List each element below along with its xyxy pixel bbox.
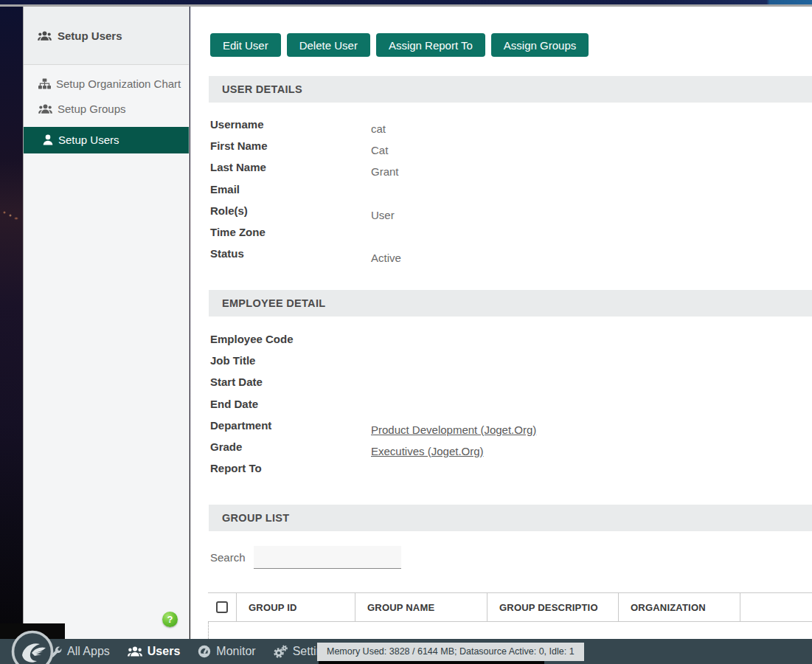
search-label: Search [210,551,246,564]
table-header-row: GROUP ID GROUP NAME GROUP DESCRIPTIO ORG… [208,592,812,622]
field-start-date: Start Date [210,375,812,396]
field-grade: Grade Executives (Joget.Org) [210,440,812,461]
column-header-empty [740,593,812,621]
column-header-group-description[interactable]: GROUP DESCRIPTIO [487,593,618,621]
field-time-zone: Time Zone [210,225,812,246]
background-window-strip [319,661,544,664]
sitemap-icon [38,78,51,89]
field-employee-code: Employee Code [210,332,812,353]
assign-groups-button[interactable]: Assign Groups [491,33,589,57]
users-group-icon [38,103,52,114]
field-end-date: End Date [210,397,812,418]
users-icon [128,646,142,657]
search-input[interactable] [254,546,401,569]
gears-icon [274,645,288,658]
field-label: Email [210,183,240,196]
field-value: User [371,208,395,223]
field-label: Time Zone [210,226,266,238]
main-content: Edit User Delete User Assign Report To A… [190,7,812,639]
column-header-group-id[interactable]: GROUP ID [236,593,355,621]
bar-item-monitor[interactable]: Monitor [198,645,255,658]
field-job-title: Job Title [210,353,812,375]
column-label: GROUP DESCRIPTIO [499,602,598,613]
sidebar-item-label: Setup Users [58,134,119,147]
sidebar: Setup Users Setup Organization Chart Set… [23,7,190,639]
field-value: cat [371,122,386,136]
sidebar-item-setup-users[interactable]: Setup Users [24,127,189,153]
bottom-bar-nav: All Apps Users Monitor Settings [49,639,335,664]
users-group-icon [38,30,52,41]
bottom-admin-bar: All Apps Users Monitor Settings Memory U… [0,639,812,664]
column-label: GROUP ID [249,602,297,613]
bar-item-users[interactable]: Users [128,645,180,658]
employee-detail-section-header: EMPLOYEE DETAIL [209,290,812,317]
user-details-section-header: USER DETAILS [209,76,812,103]
field-roles: Role(s) User [210,204,812,225]
sidebar-nav: Setup Organization Chart Setup Groups Se… [24,65,189,153]
column-header-organization[interactable]: ORGANIZATION [618,593,740,621]
column-header-group-name[interactable]: GROUP NAME [355,593,487,621]
bar-item-label: All Apps [67,645,110,658]
field-label: End Date [210,398,258,410]
bar-item-label: Monitor [216,645,255,658]
field-first-name: First Name Cat [210,139,812,160]
field-department: Department Product Development (Joget.Or… [210,418,812,440]
help-button[interactable]: ? [162,612,178,627]
select-all-cell [208,593,236,621]
table-empty-row [208,622,812,639]
bar-item-all-apps[interactable]: All Apps [49,645,110,658]
field-value: Active [371,251,401,266]
field-label: Start Date [210,376,263,388]
sidebar-item-label: Setup Groups [58,103,126,116]
memory-status-badge: Memory Used: 3828 / 6144 MB; Datasource … [317,643,584,661]
select-all-checkbox[interactable] [216,601,228,613]
gauge-icon [198,645,211,658]
field-last-name: Last Name Grant [210,160,812,181]
joget-logo[interactable] [11,630,54,664]
group-list-table: GROUP ID GROUP NAME GROUP DESCRIPTIO ORG… [208,592,812,639]
field-label: First Name [210,139,268,152]
grade-link[interactable]: Executives (Joget.Org) [371,444,484,459]
field-value: Grant [371,165,399,179]
sidebar-header-label: Setup Users [58,30,122,42]
field-label: Last Name [210,161,266,173]
column-label: ORGANIZATION [631,602,706,613]
field-label: Report To [210,462,262,474]
group-list-section-header: GROUP LIST [209,505,812,531]
toolbar: Edit User Delete User Assign Report To A… [210,33,589,57]
group-list-search: Search [210,545,401,569]
field-report-to: Report To [210,461,812,483]
field-label: Username [210,118,264,131]
sidebar-item-label: Setup Organization Chart [56,77,181,91]
field-username: Username cat [210,117,812,139]
assign-report-to-button[interactable]: Assign Report To [376,33,485,57]
field-label: Grade [210,440,242,453]
field-value: Cat [371,143,388,158]
user-details-fields: Username cat First Name Cat Last Name Gr… [210,117,812,268]
sidebar-item-setup-organization-chart[interactable]: Setup Organization Chart [24,72,189,97]
edit-user-button[interactable]: Edit User [210,33,281,57]
employee-detail-fields: Employee Code Job Title Start Date End D… [210,332,812,483]
field-label: Department [210,419,271,432]
field-label: Role(s) [210,204,248,217]
department-link[interactable]: Product Development (Joget.Org) [371,423,536,438]
sidebar-item-setup-groups[interactable]: Setup Groups [24,97,189,122]
field-email: Email [210,182,812,204]
user-icon [43,134,53,145]
column-label: GROUP NAME [367,602,434,613]
delete-user-button[interactable]: Delete User [287,33,370,57]
sidebar-header: Setup Users [24,7,189,65]
bar-item-label: Users [148,645,180,658]
field-label: Employee Code [210,333,294,345]
field-label: Job Title [210,354,255,367]
field-status: Status Active [210,246,812,268]
field-label: Status [210,247,244,260]
